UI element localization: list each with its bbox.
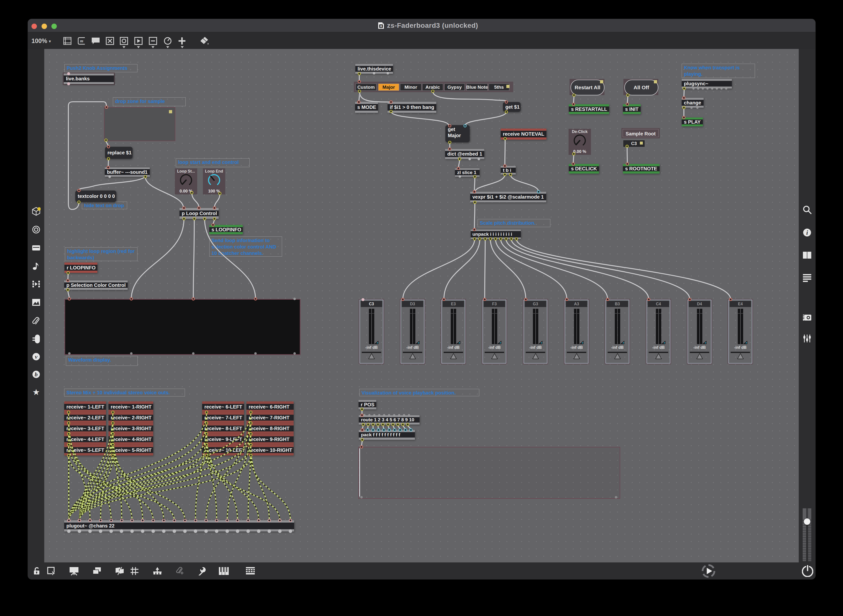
svg-text:m: m — [80, 38, 83, 43]
svg-text:v: v — [35, 353, 38, 360]
svg-text:8: 8 — [380, 24, 382, 28]
svg-text:i: i — [806, 229, 808, 236]
svg-text:★: ★ — [32, 388, 40, 396]
svg-text:b: b — [35, 371, 38, 378]
